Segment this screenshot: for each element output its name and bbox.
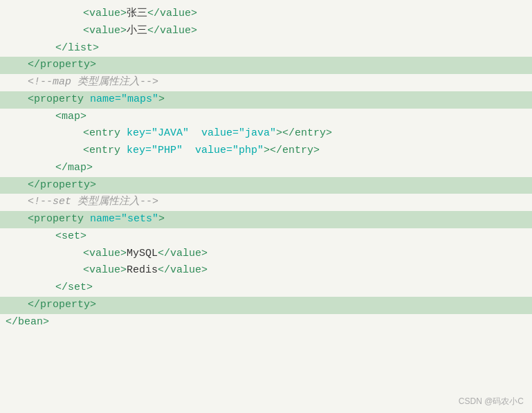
code-line: <property name="sets"> bbox=[0, 211, 532, 228]
code-line: <property name="maps"> bbox=[0, 91, 532, 109]
code-part: </value> bbox=[147, 25, 197, 37]
code-line: </property> bbox=[0, 177, 532, 194]
code-part: name= bbox=[90, 213, 121, 225]
code-line: <!--map 类型属性注入--> bbox=[0, 74, 532, 91]
code-part bbox=[183, 145, 195, 156]
code-part: "PHP" bbox=[152, 145, 183, 156]
code-part: 小三 bbox=[127, 25, 147, 37]
code-part: ></entry> bbox=[276, 127, 332, 139]
code-line: <value>Redis</value> bbox=[0, 262, 532, 279]
code-part: 张三 bbox=[127, 8, 147, 19]
code-line: </list> bbox=[0, 40, 532, 57]
watermark: CSDN @码农小C bbox=[459, 396, 524, 407]
code-line: </bean> bbox=[0, 314, 532, 331]
code-line: <!--set 类型属性注入--> bbox=[0, 194, 532, 211]
code-part: <!--set 类型属性注入--> bbox=[28, 196, 158, 208]
code-part: > bbox=[158, 93, 165, 105]
code-part: "java" bbox=[239, 127, 276, 139]
lines-container: <value>张三</value><value>小三</value></list… bbox=[0, 6, 532, 331]
code-part: </property> bbox=[28, 299, 96, 311]
code-part: key= bbox=[127, 145, 152, 156]
code-part: </property> bbox=[28, 179, 96, 191]
code-part: > bbox=[158, 213, 165, 225]
code-part: </set> bbox=[55, 282, 93, 293]
code-part: <value> bbox=[83, 264, 127, 276]
code-part bbox=[189, 127, 201, 139]
code-part: <property bbox=[28, 213, 90, 225]
code-part: "sets" bbox=[121, 213, 158, 225]
code-line: <entry key="PHP" value="php"></entry> bbox=[0, 143, 532, 160]
code-part: <map> bbox=[55, 111, 86, 122]
code-part: value= bbox=[201, 127, 239, 139]
code-line: <value>小三</value> bbox=[0, 23, 532, 40]
code-line: <value>张三</value> bbox=[0, 6, 532, 23]
code-part: "JAVA" bbox=[152, 127, 189, 139]
code-line: <set> bbox=[0, 228, 532, 246]
code-part: MySQL bbox=[127, 248, 158, 259]
code-part: </value> bbox=[158, 264, 208, 276]
code-part: </property> bbox=[28, 59, 96, 71]
code-line: <map> bbox=[0, 109, 532, 126]
code-part: <entry bbox=[83, 145, 127, 156]
code-part: <value> bbox=[83, 8, 127, 19]
code-line: </property> bbox=[0, 57, 532, 74]
code-part: "php" bbox=[232, 145, 264, 156]
code-part: <entry bbox=[83, 127, 127, 139]
code-line: </property> bbox=[0, 297, 532, 314]
code-part: <value> bbox=[83, 248, 127, 259]
code-part: name= bbox=[90, 93, 121, 105]
code-part: </map> bbox=[55, 162, 93, 174]
code-line: </set> bbox=[0, 279, 532, 297]
code-line: </map> bbox=[0, 160, 532, 177]
code-part: <value> bbox=[83, 25, 127, 37]
code-part: </value> bbox=[158, 248, 208, 259]
code-part: value= bbox=[195, 145, 232, 156]
code-part: ></entry> bbox=[264, 145, 320, 156]
code-line: <entry key="JAVA" value="java"></entry> bbox=[0, 125, 532, 143]
code-part: <!--map 类型属性注入--> bbox=[28, 76, 158, 88]
code-container: <value>张三</value><value>小三</value></list… bbox=[0, 0, 532, 413]
code-part: key= bbox=[127, 127, 152, 139]
code-part: </bean> bbox=[6, 316, 49, 328]
code-part: </list> bbox=[55, 42, 99, 54]
code-part: <property bbox=[28, 93, 90, 105]
code-part: <set> bbox=[55, 230, 86, 242]
code-part: "maps" bbox=[121, 93, 158, 105]
code-part: Redis bbox=[127, 264, 158, 276]
code-part: </value> bbox=[147, 8, 197, 19]
code-line: <value>MySQL</value> bbox=[0, 246, 532, 263]
